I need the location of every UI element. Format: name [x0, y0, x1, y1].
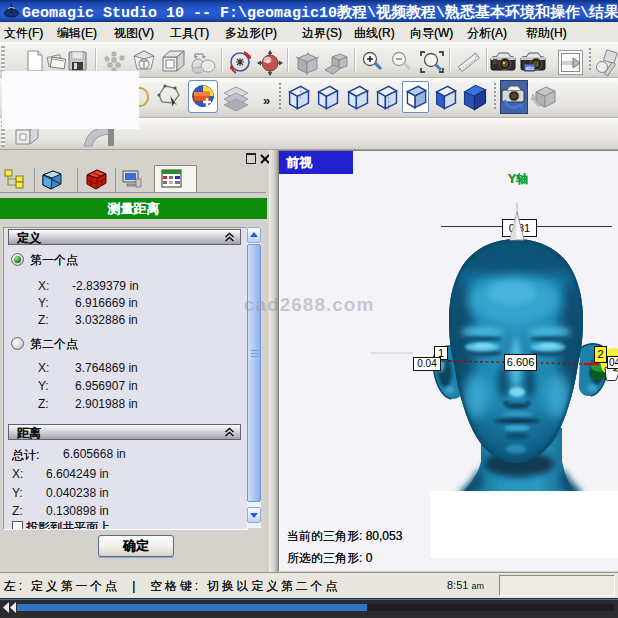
svg-text:abc: abc — [526, 65, 535, 71]
